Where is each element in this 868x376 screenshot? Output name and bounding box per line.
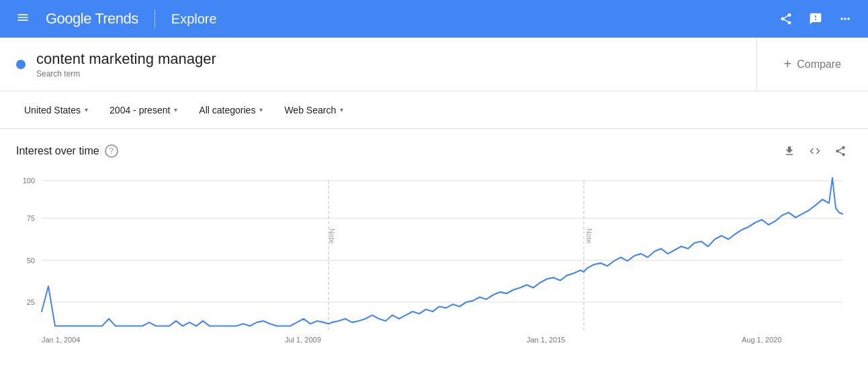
feedback-icon[interactable]	[804, 7, 828, 31]
trend-chart: 100 75 50 25 Note Note Jan 1, 2004 Jul 1…	[16, 171, 852, 359]
search-term-section: content marketing manager Search term	[0, 38, 757, 91]
search-type-value: Web Search	[284, 105, 336, 115]
x-label-2020: Aug 1, 2020	[742, 336, 781, 344]
apps-icon[interactable]	[833, 7, 857, 31]
download-button[interactable]	[778, 140, 801, 162]
category-filter[interactable]: All categories ▾	[191, 99, 271, 121]
menu-icon[interactable]	[11, 5, 35, 33]
location-value: United States	[24, 105, 81, 115]
note-text-1: Note	[328, 228, 335, 244]
x-label-2015: Jan 1, 2015	[527, 336, 565, 344]
app-header: Google Trends Explore	[0, 0, 868, 38]
chart-title: Interest over time	[16, 145, 99, 157]
x-label-2009: Jul 1, 2009	[285, 336, 321, 344]
x-label-2004: Jan 1, 2004	[42, 336, 81, 344]
y-label-75: 75	[27, 214, 35, 222]
share-chart-button[interactable]	[829, 140, 852, 162]
chart-header: Interest over time ?	[0, 140, 868, 171]
time-range-value: 2004 - present	[110, 105, 170, 115]
category-value: All categories	[199, 105, 255, 115]
time-range-filter[interactable]: 2004 - present ▾	[101, 99, 185, 121]
filters-bar: United States ▾ 2004 - present ▾ All cat…	[0, 91, 868, 129]
trend-polyline	[42, 178, 842, 326]
chart-actions	[778, 140, 852, 162]
search-type-filter[interactable]: Web Search ▾	[276, 99, 351, 121]
time-range-arrow-icon: ▾	[174, 106, 177, 113]
app-logo: Google Trends	[46, 10, 138, 28]
embed-button[interactable]	[804, 140, 826, 162]
share-icon[interactable]	[774, 7, 798, 31]
search-area: content marketing manager Search term + …	[0, 38, 868, 91]
chart-section: Interest over time ? 100 75 50 25	[0, 129, 868, 359]
compare-section[interactable]: + Compare	[757, 38, 869, 91]
category-arrow-icon: ▾	[259, 106, 263, 113]
y-label-100: 100	[23, 177, 35, 185]
search-term-label: Search term	[36, 69, 216, 79]
explore-label: Explore	[171, 11, 217, 27]
search-type-arrow-icon: ▾	[340, 106, 343, 113]
search-term: content marketing manager	[36, 50, 216, 68]
help-icon[interactable]: ?	[105, 144, 118, 158]
chart-container: 100 75 50 25 Note Note Jan 1, 2004 Jul 1…	[0, 171, 868, 359]
compare-plus-icon: +	[784, 56, 792, 72]
search-dot-indicator	[16, 60, 26, 69]
y-label-50: 50	[27, 256, 35, 264]
search-text-group: content marketing manager Search term	[36, 50, 216, 79]
y-label-25: 25	[27, 298, 35, 306]
header-divider	[155, 9, 155, 28]
compare-label: Compare	[797, 58, 841, 70]
location-arrow-icon: ▾	[85, 106, 88, 113]
header-icons	[774, 7, 857, 31]
location-filter[interactable]: United States ▾	[16, 99, 96, 121]
note-text-2: Note	[585, 228, 593, 244]
chart-title-group: Interest over time ?	[16, 144, 118, 158]
